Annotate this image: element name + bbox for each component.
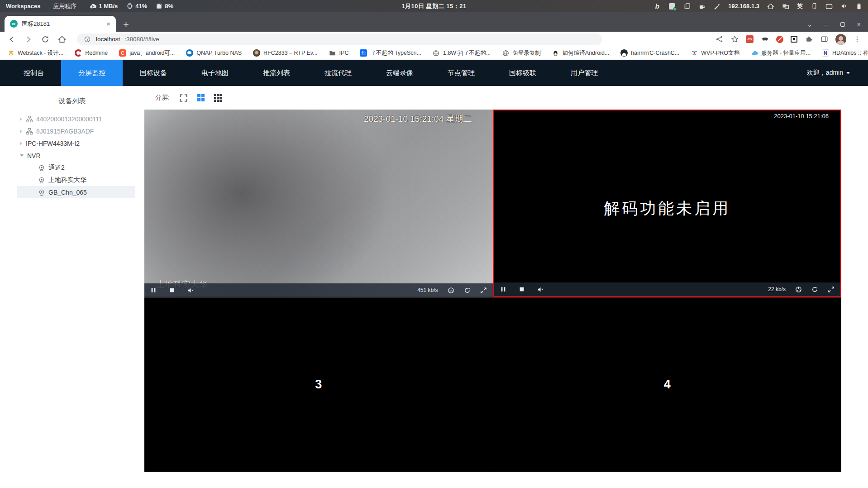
video-cell-3[interactable]: 3 — [144, 297, 493, 472]
tree-item-platform-2[interactable]: 8J01915PAGB3ADF — [17, 125, 135, 137]
tab-close-icon[interactable]: × — [106, 20, 110, 28]
extensions-puzzle-icon[interactable] — [805, 35, 813, 43]
snapshot-aperture-icon[interactable] — [448, 287, 454, 294]
address-bar[interactable]: localhost:38080/#/live — [77, 33, 602, 45]
bookmark-copy-tool[interactable]: 免登录复制 — [502, 49, 541, 57]
workspace-switcher-icon[interactable] — [782, 3, 789, 10]
bookmark-csdn[interactable]: Cjava、android可... — [119, 49, 175, 57]
refresh-icon[interactable] — [811, 286, 818, 293]
bookmark-webstack[interactable]: Webstack - 设计... — [7, 49, 63, 57]
user-menu[interactable]: 欢迎，admin — [807, 60, 868, 86]
bookmark-github[interactable]: hairrrrr/C-CrashC... — [620, 49, 679, 57]
bookmark-label: Webstack - 设计... — [18, 49, 63, 57]
browser-menu-icon[interactable]: ⋮ — [854, 35, 861, 43]
bookmark-redmine[interactable]: Redmine — [75, 49, 108, 57]
language-indicator[interactable]: 英 — [797, 2, 803, 10]
chevron-right-icon[interactable] — [20, 117, 22, 121]
pause-icon[interactable] — [150, 287, 157, 294]
maximize-button[interactable] — [840, 22, 845, 27]
color-picker-icon[interactable] — [713, 3, 720, 10]
bookmark-android-build[interactable]: 如何编译Android... — [552, 49, 610, 57]
battery-icon[interactable] — [855, 3, 863, 10]
side-panel-icon[interactable] — [820, 35, 828, 43]
clock[interactable]: 1月10日 星期二 15：21 — [401, 2, 466, 10]
back-button[interactable] — [7, 35, 16, 44]
tree-item-gb-chn-065[interactable]: GB_Chn_065 — [17, 186, 135, 198]
close-window-button[interactable]: × — [857, 21, 861, 28]
reload-button[interactable] — [41, 35, 50, 44]
snapshot-aperture-icon[interactable] — [795, 286, 802, 293]
bookmark-star-icon[interactable] — [730, 35, 739, 43]
bookmark-server[interactable]: 服务器 - 轻量应用... — [751, 49, 811, 57]
net-speed-indicator: 1 MB/s — [89, 3, 118, 10]
system-stats: 1 MB/s 41% 8% — [89, 3, 173, 10]
new-tab-button[interactable]: + — [123, 19, 129, 29]
sitemap-icon — [26, 115, 33, 123]
nav-item-console[interactable]: 控制台 — [6, 60, 61, 86]
expand-icon[interactable] — [828, 286, 835, 293]
mask-extension-icon[interactable] — [761, 35, 769, 43]
nav-item-map[interactable]: 电子地图 — [184, 60, 246, 86]
nav-item-pull-proxy[interactable]: 拉流代理 — [307, 60, 369, 86]
fullscreen-icon[interactable] — [179, 94, 188, 102]
screenshot-extension-icon[interactable] — [791, 36, 797, 43]
volume-icon[interactable] — [840, 3, 848, 10]
url-path: :38080/#/live — [124, 36, 159, 43]
ip-address[interactable]: 192.168.1.3 — [728, 3, 759, 10]
mute-icon[interactable] — [537, 286, 544, 293]
profile-avatar[interactable] — [835, 34, 846, 45]
nav-item-cloud-record[interactable]: 云端录像 — [369, 60, 430, 86]
pause-icon[interactable] — [500, 286, 507, 293]
bookmark-ipc-folder[interactable]: IPC — [329, 49, 349, 57]
forward-button[interactable] — [24, 35, 33, 44]
tree-item-platform-1[interactable]: 4402000013200000111 — [17, 113, 135, 125]
coffee-icon[interactable] — [698, 3, 706, 10]
site-info-icon[interactable] — [83, 35, 91, 43]
chevron-right-icon[interactable] — [20, 142, 22, 145]
grid-2x2-icon[interactable] — [197, 94, 205, 101]
expand-icon[interactable] — [480, 287, 487, 294]
refresh-icon[interactable] — [464, 287, 471, 294]
clipboard-icon[interactable] — [683, 3, 691, 10]
bitrate-label: 22 kb/s — [768, 286, 786, 292]
adblock-extension-icon[interactable] — [776, 36, 783, 43]
home-button[interactable] — [57, 35, 67, 44]
bookmark-rfc2833[interactable]: RFC2833 – RTP Ev... — [253, 49, 318, 57]
grid-3x3-icon[interactable] — [214, 94, 222, 101]
home-icon[interactable] — [767, 3, 774, 10]
tree-item-nvr[interactable]: NVR — [17, 149, 135, 162]
chevron-right-icon[interactable] — [20, 129, 22, 133]
nav-item-node-manage[interactable]: 节点管理 — [430, 60, 492, 86]
bing-icon[interactable]: b — [653, 3, 661, 10]
nav-item-gb-cascade[interactable]: 国标级联 — [492, 60, 553, 86]
video-cell-1[interactable]: 2023-01-10 15:21:04 星期二 上地科实大华 451 kb/s — [144, 110, 493, 297]
bookmark-wvp-doc[interactable]: WVP-PRO文档 — [691, 49, 739, 57]
nav-item-user-manage[interactable]: 用户管理 — [553, 60, 615, 86]
bookmark-qnap[interactable]: QNAP Turbo NAS — [186, 49, 242, 57]
mute-icon[interactable] — [187, 287, 194, 294]
nav-item-gb-devices[interactable]: 国标设备 — [123, 60, 184, 86]
video-cell-4[interactable]: 4 — [493, 297, 842, 472]
js-extension-icon[interactable]: JS — [746, 35, 754, 43]
tree-item-shangdi-camera[interactable]: 上地科实大华 — [17, 174, 135, 186]
bookmark-hdatmos[interactable]: NHDAtmos :: 种子 *... — [822, 49, 868, 57]
stop-icon[interactable] — [519, 286, 525, 293]
nav-item-push-list[interactable]: 推流列表 — [246, 60, 307, 86]
applications-menu[interactable]: 应用程序 — [53, 2, 76, 10]
tree-item-ipc[interactable]: IPC-HFW4433M-I2 — [17, 137, 135, 149]
tree-item-channel-2[interactable]: 通道2 — [17, 162, 135, 174]
screenshot-app-icon[interactable] — [668, 3, 676, 10]
display-icon[interactable] — [825, 3, 833, 10]
bookmark-zhihu[interactable]: 知了不起的 TypeScri... — [360, 49, 421, 57]
phone-link-icon[interactable] — [811, 3, 818, 10]
workspaces-button[interactable]: Workspaces — [6, 3, 40, 10]
share-icon[interactable] — [715, 35, 723, 43]
chevron-down-icon[interactable] — [20, 154, 24, 157]
minimize-button[interactable]: – — [825, 21, 828, 28]
stop-icon[interactable] — [169, 287, 176, 294]
bookmark-article1[interactable]: 1.8W字|了不起的... — [433, 49, 491, 57]
video-cell-2[interactable]: 2023-01-10 15:21:06 解码功能未启用 22 kb/s — [493, 110, 842, 297]
tab-search-caret-icon[interactable]: ⌄ — [807, 21, 812, 28]
browser-tab[interactable]: ∞ 国标28181 × — [5, 16, 116, 32]
nav-item-split-screen[interactable]: 分屏监控 — [61, 60, 123, 86]
